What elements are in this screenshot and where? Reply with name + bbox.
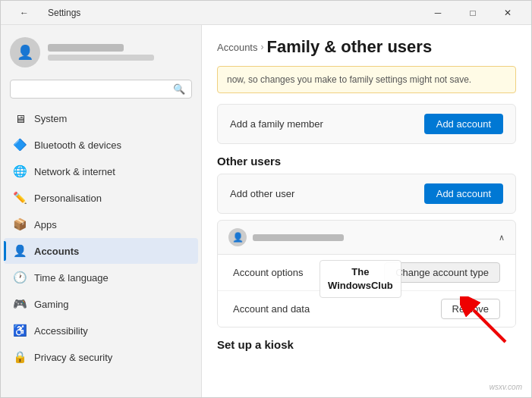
search-icon: 🔍 — [173, 83, 185, 95]
user-avatar-icon: 👤 — [232, 232, 244, 243]
sidebar-item-label: Gaming — [34, 299, 69, 310]
warning-banner: now, so changes you make to family setti… — [217, 66, 516, 93]
other-users-heading: Other users — [217, 155, 516, 168]
minimize-button[interactable]: ─ — [420, 1, 455, 25]
window-controls: ─ □ ✕ — [420, 1, 525, 25]
sidebar-item-personalisation[interactable]: ✏️ Personalisation — [4, 185, 198, 211]
maximize-button[interactable]: □ — [455, 1, 490, 25]
add-other-button[interactable]: Add account — [424, 183, 503, 204]
sidebar-item-accessibility[interactable]: ♿ Accessibility — [4, 318, 198, 343]
windows-club-overlay: The WindowsClub — [320, 260, 401, 298]
network-icon: 🌐 — [13, 165, 27, 178]
window-title: Settings — [48, 8, 80, 18]
page-header: Accounts › Family & other users — [217, 37, 516, 57]
avatar: 👤 — [10, 37, 40, 67]
warning-text: now, so changes you make to family setti… — [227, 74, 471, 85]
search-input[interactable] — [17, 84, 168, 95]
user-info — [48, 44, 192, 61]
close-icon: ✕ — [504, 8, 512, 18]
back-icon: ← — [20, 8, 29, 18]
maximize-icon: □ — [470, 8, 475, 18]
sidebar-item-apps[interactable]: 📦 Apps — [4, 212, 198, 237]
sidebar-item-label: Personalisation — [34, 193, 102, 204]
sidebar-item-network[interactable]: 🌐 Network & internet — [4, 158, 198, 184]
settings-window: ← Settings ─ □ ✕ 👤 — [0, 0, 532, 398]
add-other-user-row: Add other user Add account — [217, 174, 516, 214]
apps-icon: 📦 — [13, 218, 27, 231]
personalisation-icon: ✏️ — [13, 191, 27, 205]
overlay-line1: The — [328, 265, 393, 279]
bluetooth-icon: 🔷 — [13, 138, 27, 152]
breadcrumb-separator: › — [260, 42, 263, 52]
system-icon: 🖥 — [13, 111, 27, 125]
account-data-label: Account and data — [233, 303, 310, 315]
sidebar-item-label: Apps — [34, 219, 57, 230]
title-bar: ← Settings ─ □ ✕ — [1, 1, 531, 25]
content-area: 👤 🔍 🖥 System 🔷 Bluetooth & device — [1, 25, 531, 397]
change-account-type-button[interactable]: Change account type — [384, 262, 500, 283]
page-title: Family & other users — [266, 37, 432, 57]
sidebar-item-accounts[interactable]: 👤 Accounts — [4, 238, 198, 264]
sidebar-item-label: System — [34, 113, 67, 124]
time-icon: 🕐 — [13, 271, 27, 284]
user-expandable-header[interactable]: 👤 ∧ — [218, 221, 515, 254]
search-bar[interactable]: 🔍 — [10, 80, 192, 99]
watermark: wsxv.com — [490, 383, 522, 391]
back-button[interactable]: ← — [7, 1, 42, 25]
add-family-row: Add a family member Add account — [217, 104, 516, 144]
sidebar-item-privacy[interactable]: 🔒 Privacy & security — [4, 344, 198, 370]
sidebar-item-time[interactable]: 🕐 Time & language — [4, 265, 198, 290]
kiosk-section: Set up a kiosk — [217, 338, 516, 351]
overlay-line2: WindowsClub — [328, 279, 393, 293]
user-profile[interactable]: 👤 — [1, 25, 201, 77]
person-icon: 👤 — [17, 44, 33, 61]
title-bar-left: ← Settings — [7, 1, 80, 25]
main-content: Accounts › Family & other users now, so … — [202, 25, 531, 397]
nav-items: 🖥 System 🔷 Bluetooth & devices 🌐 Network… — [1, 105, 201, 397]
sidebar-item-bluetooth[interactable]: 🔷 Bluetooth & devices — [4, 132, 198, 158]
user-name-blurred — [48, 44, 124, 52]
user-avatar-small: 👤 — [228, 228, 247, 246]
user-header-left: 👤 — [228, 228, 344, 246]
sidebar-item-label: Time & language — [34, 272, 109, 284]
privacy-icon: 🔒 — [13, 350, 27, 364]
breadcrumb-parent: Accounts — [217, 42, 257, 53]
sidebar-item-label: Accounts — [34, 246, 79, 257]
add-family-button[interactable]: Add account — [424, 114, 503, 134]
sidebar-item-label: Privacy & security — [34, 352, 112, 363]
sidebar-item-label: Bluetooth & devices — [34, 139, 121, 151]
sidebar-item-label: Accessibility — [34, 325, 88, 337]
accessibility-icon: ♿ — [13, 324, 27, 337]
close-button[interactable]: ✕ — [490, 1, 525, 25]
gaming-icon: 🎮 — [13, 297, 27, 311]
sidebar-item-label: Network & internet — [34, 166, 115, 177]
remove-button[interactable]: Remove — [441, 299, 500, 319]
sidebar-item-system[interactable]: 🖥 System — [4, 105, 198, 131]
accounts-icon: 👤 — [13, 244, 27, 258]
add-family-label: Add a family member — [230, 118, 323, 130]
sidebar-item-gaming[interactable]: 🎮 Gaming — [4, 291, 198, 317]
chevron-up-icon: ∧ — [499, 233, 505, 243]
user-email-blurred — [48, 55, 154, 61]
sidebar: 👤 🔍 🖥 System 🔷 Bluetooth & device — [1, 25, 202, 397]
user-name-blurred-small — [253, 234, 344, 241]
minimize-icon: ─ — [435, 8, 442, 18]
kiosk-heading: Set up a kiosk — [217, 338, 516, 351]
add-other-label: Add other user — [230, 188, 294, 199]
breadcrumb: Accounts › Family & other users — [217, 37, 516, 57]
account-options-label: Account options — [233, 267, 304, 278]
